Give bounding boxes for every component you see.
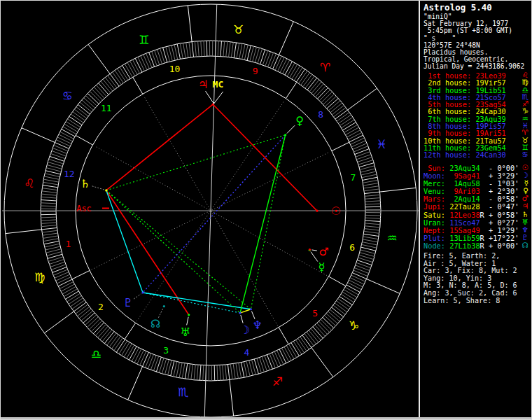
degree-tick xyxy=(57,277,71,284)
degree-tick xyxy=(364,189,379,191)
sign-boundary xyxy=(367,279,400,293)
degree-tick xyxy=(239,43,242,59)
degree-tick xyxy=(277,351,284,365)
degree-tick xyxy=(286,346,294,359)
sign-boundary xyxy=(44,312,74,333)
degree-tick xyxy=(132,348,139,361)
degree-tick xyxy=(272,353,279,367)
degree-tick xyxy=(364,186,379,188)
info-panel: Astrolog 5.40 "miniQ"Sat February 12, 19… xyxy=(422,1,532,416)
planet-pointer xyxy=(134,294,141,299)
degree-tick xyxy=(42,230,57,232)
aspect-square xyxy=(106,190,189,315)
degree-tick xyxy=(45,174,59,177)
house-row: 12th house: 24Can30♋ xyxy=(424,151,531,158)
house-cusp xyxy=(286,82,297,98)
degree-tick xyxy=(362,174,377,178)
degree-tick xyxy=(365,215,381,216)
chart-info-header: "miniQ"Sat February 12, 1977 5:45pm (ST … xyxy=(424,13,524,71)
degree-tick xyxy=(200,365,201,381)
house-number-11: 11 xyxy=(101,103,112,113)
degree-tick xyxy=(270,54,276,68)
degree-tick xyxy=(363,180,378,183)
degree-tick xyxy=(148,354,153,368)
degree-tick xyxy=(357,260,372,265)
degree-tick xyxy=(233,364,235,379)
degree-tick xyxy=(64,124,78,132)
degree-tick xyxy=(280,59,287,73)
degree-tick xyxy=(127,345,134,358)
degree-tick xyxy=(194,365,195,380)
degree-tick xyxy=(290,64,298,78)
house-number-1: 1 xyxy=(66,239,71,249)
app-title: Astrolog 5.40 xyxy=(424,2,492,13)
aspect-opposition xyxy=(143,135,286,293)
planet-glyph-mercury: ☿ xyxy=(318,260,326,274)
degree-tick xyxy=(137,350,144,364)
sign-glyph-leo: ♌ xyxy=(24,176,34,190)
planet-glyph-mars: ♂ xyxy=(319,245,329,258)
degree-tick xyxy=(283,60,290,74)
degree-tick xyxy=(274,351,281,365)
sign-glyph-cancer: ♋ xyxy=(62,89,73,103)
degree-tick xyxy=(52,150,66,156)
degree-tick xyxy=(195,41,196,57)
degree-tick xyxy=(356,262,371,267)
degree-tick xyxy=(43,182,58,185)
degree-tick xyxy=(217,365,218,381)
degree-tick xyxy=(220,41,221,56)
degree-tick xyxy=(354,268,368,274)
planet-glyph-saturn: ♄ xyxy=(80,177,90,190)
sign-glyph-virgo: ♍ xyxy=(34,270,45,284)
degree-tick xyxy=(345,287,358,295)
degree-tick xyxy=(174,362,177,377)
degree-tick xyxy=(50,153,65,158)
sign-glyph-aquarius: ♒ xyxy=(386,231,397,245)
degree-tick xyxy=(354,146,368,152)
degree-tick xyxy=(270,354,275,368)
planet-glyph-node: ☊ xyxy=(150,317,160,330)
degree-tick xyxy=(346,127,359,135)
degree-tick xyxy=(55,143,69,149)
degree-tick xyxy=(45,244,59,247)
house-number-3: 3 xyxy=(163,345,169,356)
aspect-trine xyxy=(106,190,240,313)
degree-tick xyxy=(265,52,271,66)
planet-dot-mars xyxy=(309,248,311,251)
degree-tick xyxy=(141,56,147,70)
degree-tick xyxy=(349,135,363,142)
degree-tick xyxy=(146,53,152,67)
degree-tick xyxy=(363,234,379,236)
degree-tick xyxy=(225,365,227,380)
degree-tick xyxy=(218,41,218,56)
degree-tick xyxy=(134,349,141,363)
house-number-7: 7 xyxy=(351,172,356,183)
degree-tick xyxy=(41,220,56,220)
house-number-9: 9 xyxy=(253,66,258,76)
degree-tick xyxy=(346,285,360,293)
sign-boundary xyxy=(188,6,192,42)
degree-tick xyxy=(50,156,64,161)
degree-tick xyxy=(41,225,57,227)
degree-tick xyxy=(354,270,368,276)
degree-tick xyxy=(365,218,381,218)
degree-tick xyxy=(344,290,357,298)
house-number-2: 2 xyxy=(98,302,104,312)
mc-arrow xyxy=(214,92,223,104)
degree-tick xyxy=(365,229,380,231)
sign-glyph-capricorn: ♑ xyxy=(349,318,359,332)
planet-position-list: Sun: 23Aqu34 - 0°00'☉Moon: 9Sag41 + 3°29… xyxy=(424,164,531,250)
degree-tick xyxy=(344,125,358,132)
degree-tick xyxy=(65,291,78,299)
degree-tick xyxy=(273,55,279,69)
planet-pointer xyxy=(158,308,163,317)
planet-glyph-pluto: ♇ xyxy=(123,296,133,309)
degree-tick xyxy=(188,364,190,379)
degree-tick xyxy=(226,41,227,57)
degree-tick xyxy=(52,267,66,272)
degree-tick xyxy=(191,365,193,380)
degree-tick xyxy=(363,239,378,242)
element-stats: Fire: 5, Earth: 2,Air : 5, Water: 1Car: … xyxy=(424,253,531,304)
degree-tick xyxy=(220,365,220,381)
degree-tick xyxy=(149,52,155,66)
